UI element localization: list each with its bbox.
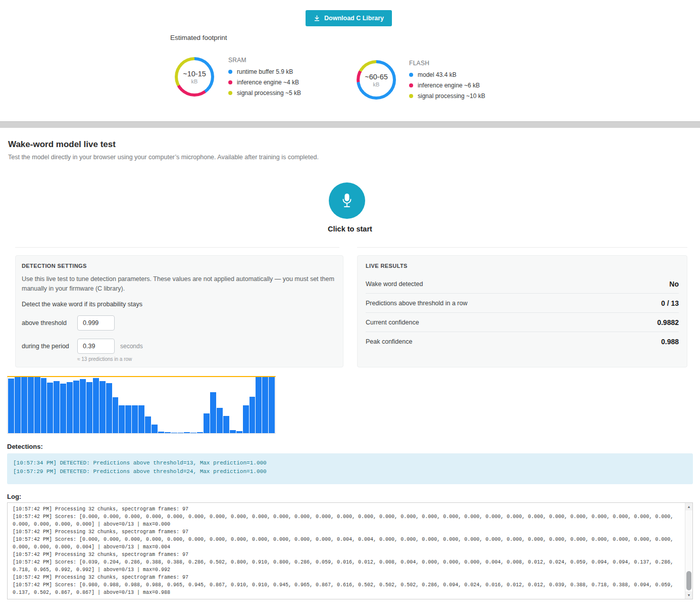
sram-legend: SRAM runtime buffer 5.9 kB inference eng… bbox=[228, 57, 301, 100]
legend-item-label: model 43.4 kB bbox=[418, 71, 457, 78]
flash-total-value: ~60-65 bbox=[365, 73, 388, 81]
legend-item: signal processing ~10 kB bbox=[409, 92, 485, 100]
section-divider bbox=[0, 121, 700, 128]
result-value: 0.988 bbox=[661, 338, 679, 346]
sram-legend-title: SRAM bbox=[228, 57, 301, 64]
result-value: No bbox=[669, 280, 679, 288]
period-label: during the period bbox=[22, 343, 77, 350]
result-label: Current confidence bbox=[366, 319, 419, 326]
legend-dot-icon bbox=[228, 70, 232, 74]
wake-word-live-test-page: Download C Library Estimated footprint ~… bbox=[0, 0, 700, 607]
panel-top-divider bbox=[357, 247, 687, 248]
estimated-footprint-label: Estimated footprint bbox=[170, 34, 227, 41]
sram-total-unit: kB bbox=[191, 78, 198, 84]
result-value: 0.9882 bbox=[657, 318, 679, 326]
legend-dot-icon bbox=[409, 73, 413, 77]
period-unit-label: seconds bbox=[120, 343, 143, 350]
result-label: Peak confidence bbox=[366, 338, 412, 345]
legend-item-label: inference engine ~6 kB bbox=[418, 82, 480, 89]
log-scrollbar[interactable]: ▲ ▼ bbox=[685, 503, 692, 599]
threshold-input[interactable] bbox=[77, 315, 115, 331]
probability-label: Detect the wake word if its probability … bbox=[22, 301, 337, 308]
legend-dot-icon bbox=[409, 83, 413, 87]
legend-item-label: signal processing ~10 kB bbox=[418, 92, 485, 100]
threshold-label: above threshold bbox=[22, 319, 77, 326]
threshold-row: above threshold bbox=[22, 315, 337, 331]
download-c-library-button[interactable]: Download C Library bbox=[306, 10, 392, 26]
legend-dot-icon bbox=[228, 91, 232, 95]
sram-donut-chart: ~10-15 kB bbox=[175, 57, 214, 97]
audio-level-chart bbox=[7, 376, 276, 434]
legend-item: inference engine ~6 kB bbox=[409, 82, 485, 89]
predictions-in-a-row-note: ≈ 13 predictions in a row bbox=[77, 356, 337, 362]
result-label: Wake word detected bbox=[366, 281, 423, 288]
legend-item-label: runtime buffer 5.9 kB bbox=[237, 68, 293, 75]
panel-top-divider bbox=[15, 247, 339, 248]
scrollbar-down-icon[interactable]: ▼ bbox=[685, 591, 692, 599]
legend-item: signal processing ~5 kB bbox=[228, 89, 301, 97]
legend-item: inference engine ~4 kB bbox=[228, 79, 301, 86]
detection-settings-title: DETECTION SETTINGS bbox=[22, 263, 337, 269]
log-output[interactable]: [10:57:42 PM] Processing 32 chunks, spec… bbox=[8, 503, 692, 599]
scrollbar-thumb[interactable] bbox=[686, 571, 691, 590]
page-subtitle: Test the model directly in your browser … bbox=[8, 154, 319, 161]
period-row: during the period seconds bbox=[22, 339, 337, 354]
result-row: Peak confidence 0.988 bbox=[366, 332, 679, 351]
flash-legend: FLASH model 43.4 kB inference engine ~6 … bbox=[409, 60, 485, 103]
flash-donut-chart: ~60-65 kB bbox=[357, 60, 396, 100]
legend-dot-icon bbox=[228, 80, 232, 84]
result-row: Wake word detected No bbox=[366, 274, 679, 294]
click-to-start-label: Click to start bbox=[0, 225, 700, 233]
scrollbar-up-icon[interactable]: ▲ bbox=[685, 503, 692, 510]
detection-settings-description: Use this live test to tune detection par… bbox=[22, 274, 337, 294]
flash-total-unit: kB bbox=[373, 81, 380, 87]
flash-legend-title: FLASH bbox=[409, 60, 485, 67]
period-input[interactable] bbox=[77, 339, 115, 354]
result-row: Predictions above threshold in a row 0 /… bbox=[366, 294, 679, 313]
detection-settings-panel: DETECTION SETTINGS Use this live test to… bbox=[15, 255, 343, 367]
legend-item: model 43.4 kB bbox=[409, 71, 485, 78]
download-button-label: Download C Library bbox=[324, 15, 384, 22]
microphone-icon bbox=[341, 193, 353, 209]
legend-item-label: inference engine ~4 kB bbox=[237, 79, 299, 86]
log-container: [10:57:42 PM] Processing 32 chunks, spec… bbox=[7, 502, 693, 599]
result-value: 0 / 13 bbox=[661, 299, 679, 307]
result-row: Current confidence 0.9882 bbox=[366, 313, 679, 332]
legend-item-label: signal processing ~5 kB bbox=[237, 89, 301, 97]
log-label: Log: bbox=[7, 493, 21, 500]
microphone-start-button[interactable] bbox=[329, 182, 365, 219]
sram-total-value: ~10-15 bbox=[183, 70, 206, 78]
download-icon bbox=[314, 15, 320, 22]
result-label: Predictions above threshold in a row bbox=[366, 300, 468, 307]
detections-label: Detections: bbox=[7, 443, 43, 450]
live-results-title: LIVE RESULTS bbox=[366, 263, 679, 269]
detections-log: [10:57:34 PM] DETECTED: Predictions abov… bbox=[7, 453, 693, 484]
live-results-panel: LIVE RESULTS Wake word detected No Predi… bbox=[357, 255, 687, 367]
page-title: Wake-word model live test bbox=[8, 139, 116, 150]
legend-item: runtime buffer 5.9 kB bbox=[228, 68, 301, 75]
legend-dot-icon bbox=[409, 94, 413, 98]
